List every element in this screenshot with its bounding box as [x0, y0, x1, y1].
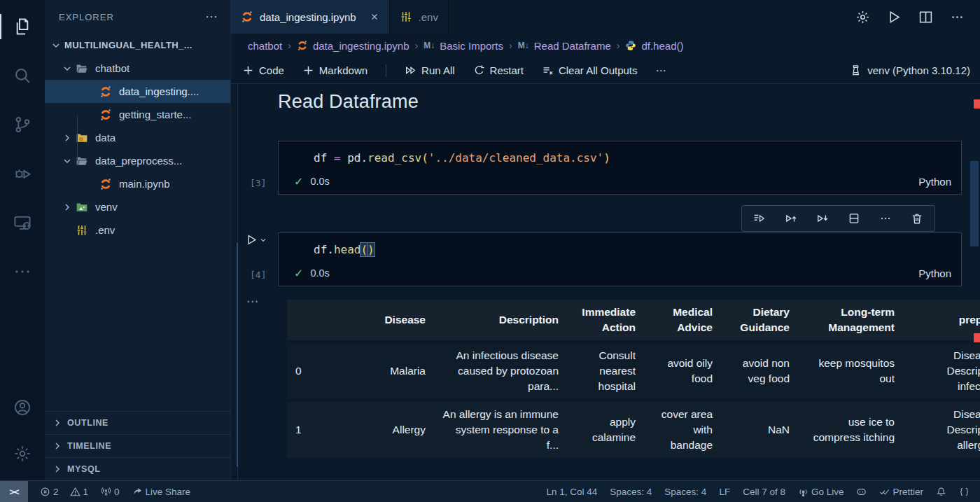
- gear-icon: [13, 445, 31, 463]
- statusbar-live-share[interactable]: Live Share: [126, 487, 197, 497]
- delete-cell-icon[interactable]: [911, 212, 923, 225]
- table-cell: avoid oily food: [644, 343, 721, 399]
- files-icon: [13, 18, 31, 36]
- statusbar-indentation[interactable]: Spaces: 4: [603, 487, 658, 497]
- breadcrumb-item-data-ingesting-ipynb[interactable]: data_ingesting.ipynb: [297, 40, 410, 52]
- toolbar-markdown[interactable]: Markdown: [302, 64, 368, 76]
- chevron-right-icon: [62, 202, 73, 213]
- markdown-icon: M↓: [424, 41, 435, 50]
- toolbar-restart[interactable]: Restart: [473, 64, 524, 76]
- scrollbar-thumb[interactable]: [970, 161, 979, 246]
- sidebar-section-mysql[interactable]: MYSQL: [45, 457, 230, 480]
- execute-cell-and-below-icon[interactable]: [816, 212, 829, 225]
- breadcrumb-item-read-dataframe[interactable]: M↓Read Dataframe: [518, 40, 611, 52]
- activitybar-explorer[interactable]: [8, 13, 36, 41]
- close-icon[interactable]: [370, 12, 379, 22]
- tree-item-main-ipynb[interactable]: main.ipynb: [45, 172, 230, 195]
- tab-data-ingesting-ipynb[interactable]: data_ingesting.ipynb: [231, 0, 390, 34]
- split-cell-icon[interactable]: [848, 212, 860, 225]
- toolbar-divider: [386, 64, 386, 77]
- tree-item-chatbot[interactable]: chatbot: [45, 57, 230, 80]
- activitybar-source-control[interactable]: [8, 111, 36, 139]
- toolbar-run-all[interactable]: Run All: [405, 64, 455, 76]
- execution-count: [3]: [250, 178, 266, 188]
- gear-icon[interactable]: [855, 10, 870, 25]
- ellipsis-icon: [13, 263, 31, 281]
- execute-above-cells-icon[interactable]: [753, 212, 766, 225]
- toolbar-code[interactable]: Code: [242, 64, 284, 76]
- statusbar-cursor-position[interactable]: Ln 1, Col 44: [540, 487, 603, 497]
- toolbar-clear-all-outputs[interactable]: Clear All Outputs: [542, 64, 638, 76]
- cell-exec-time: 0.0s: [310, 176, 329, 187]
- statusbar-cell-indicator[interactable]: Cell 7 of 8: [736, 487, 792, 497]
- table-row: 1AllergyAn allergy is an immune system r…: [287, 402, 980, 458]
- cell-language[interactable]: Python: [918, 267, 951, 279]
- statusbar-problems[interactable]: 21: [34, 487, 94, 497]
- breadcrumb-item-basic-imports[interactable]: M↓Basic Imports: [424, 40, 503, 52]
- cell-editor[interactable]: df = pd.read_csv('../data/cleaned_data.c…: [278, 141, 962, 195]
- statusbar-part: 1: [70, 487, 89, 497]
- column-header: [287, 300, 315, 340]
- explorer-more-actions[interactable]: ⋯: [205, 9, 219, 25]
- statusbar-prettier[interactable]: Prettier: [873, 487, 930, 497]
- statusbar-ports[interactable]: 0: [94, 487, 126, 497]
- activitybar-search[interactable]: [8, 62, 36, 90]
- breadcrumb-item-df-head-[interactable]: df.head(): [625, 40, 683, 52]
- tree-item--env[interactable]: .env: [45, 218, 230, 242]
- more-dots-icon[interactable]: [950, 10, 965, 25]
- table-cell: use ice to compress itching: [798, 402, 903, 458]
- tree-item-data-ingesting-[interactable]: data_ingesting....: [45, 80, 230, 103]
- more-dots-icon[interactable]: [879, 212, 892, 225]
- cell-exec-time: 0.0s: [310, 267, 329, 279]
- statusbar-notifications[interactable]: [930, 487, 953, 497]
- toolbar--[interactable]: ⋯: [656, 64, 666, 77]
- play-icon[interactable]: [887, 10, 902, 25]
- toolbar-label: Markdown: [319, 64, 368, 76]
- statusbar-eol[interactable]: LF: [713, 487, 736, 497]
- kernel-picker[interactable]: venv (Python 3.10.12): [850, 64, 970, 76]
- tree-item-data-preprocess-[interactable]: data_preprocess...: [45, 149, 230, 172]
- activitybar-remote-explorer[interactable]: [8, 209, 36, 237]
- notebook-content: Read Dataframe [3] df = pd.read_csv('../…: [231, 84, 980, 480]
- scm-icon: [13, 116, 31, 134]
- activitybar-more[interactable]: [8, 258, 36, 286]
- sidebar-section-timeline[interactable]: TIMELINE: [45, 434, 230, 457]
- table-cell: Allergy: [315, 402, 434, 458]
- statusbar-part: Prettier: [879, 487, 923, 497]
- tab--env[interactable]: .env: [390, 0, 449, 34]
- execute-cell-up-icon[interactable]: [785, 212, 797, 225]
- run-cell-button[interactable]: [246, 234, 267, 246]
- breadcrumb-separator: ›: [288, 40, 291, 51]
- breadcrumb-label: df.head(): [641, 40, 683, 52]
- activitybar-run-debug[interactable]: [8, 160, 36, 188]
- breadcrumb-item-chatbot[interactable]: chatbot: [248, 40, 282, 52]
- split-icon[interactable]: [918, 10, 933, 25]
- statusbar-copilot[interactable]: [850, 487, 873, 497]
- sidebar-section-outline[interactable]: OUTLINE: [45, 411, 230, 434]
- statusbar-label: 2: [53, 487, 59, 497]
- cell-editor[interactable]: df.head() ✓ 0.0s Python: [278, 232, 962, 286]
- cell-language[interactable]: Python: [918, 176, 951, 188]
- tree-item-data[interactable]: data: [45, 126, 230, 149]
- copilot-icon: [856, 487, 867, 497]
- tree-item-venv[interactable]: venv: [45, 195, 230, 218]
- statusbar-part: 0: [101, 487, 120, 497]
- activitybar-accounts[interactable]: [8, 393, 36, 421]
- jupyter-icon: [99, 109, 113, 121]
- code-line[interactable]: df = pd.read_csv('../data/cleaned_data.c…: [279, 141, 961, 169]
- code-line[interactable]: df.head(): [279, 233, 961, 260]
- tree-indent-spacer: [85, 179, 97, 190]
- code-token: .: [327, 243, 334, 256]
- tree-item-getting-starte-[interactable]: getting_starte...: [45, 103, 230, 126]
- statusbar-indentation-2[interactable]: Spaces: 4: [658, 487, 713, 497]
- output-options-button[interactable]: ⋯: [246, 294, 259, 309]
- activitybar-settings[interactable]: [8, 440, 36, 468]
- checks-icon: [879, 487, 890, 497]
- chevron-down-icon: [259, 236, 267, 244]
- remote-indicator[interactable]: ><: [0, 481, 28, 502]
- statusbar-go-live[interactable]: Go Live: [792, 487, 850, 497]
- vscode-window: EXPLORER ⋯ MULTILINGUAL_HEALTH_...chatbo…: [0, 0, 980, 502]
- statusbar-language-mode[interactable]: [953, 487, 976, 497]
- tree-item-multilingual-health-[interactable]: MULTILINGUAL_HEALTH_...: [45, 34, 230, 57]
- table-cell: 1: [287, 402, 315, 458]
